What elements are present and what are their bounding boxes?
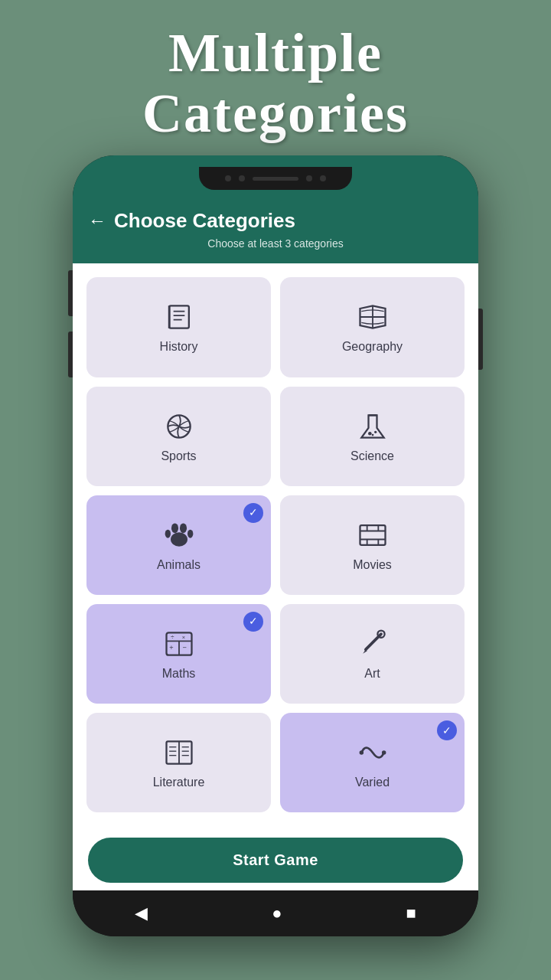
svg-text:×: × <box>181 634 184 641</box>
literature-label: Literature <box>153 776 205 789</box>
app-content: History Geography <box>73 263 478 890</box>
svg-text:÷: ÷ <box>171 634 174 641</box>
page-title: Multiple Categories <box>142 23 409 144</box>
category-card-geography[interactable]: Geography <box>280 277 465 377</box>
sports-icon <box>162 410 196 443</box>
svg-point-8 <box>374 430 377 433</box>
svg-point-9 <box>371 433 373 436</box>
varied-icon <box>356 736 390 769</box>
back-button[interactable]: ← <box>88 211 106 231</box>
svg-point-40 <box>381 751 386 756</box>
art-label: Art <box>364 667 380 681</box>
phone-frame: ← Choose Categories Choose at least 3 ca… <box>73 155 478 936</box>
history-label: History <box>160 340 198 354</box>
category-card-animals[interactable]: ✓ Animals <box>86 495 271 595</box>
svg-point-13 <box>187 530 193 538</box>
animals-check: ✓ <box>243 503 263 523</box>
category-card-history[interactable]: History <box>86 277 271 377</box>
category-card-varied[interactable]: ✓ Varied <box>280 713 465 812</box>
varied-check: ✓ <box>437 720 457 740</box>
svg-point-39 <box>359 751 364 756</box>
svg-point-14 <box>171 532 187 546</box>
header-title: Choose Categories <box>114 209 295 233</box>
nav-back-icon[interactable]: ◀ <box>135 903 148 923</box>
science-label: Science <box>350 449 394 463</box>
history-icon <box>162 300 196 334</box>
svg-rect-15 <box>360 525 385 545</box>
literature-icon <box>162 736 196 769</box>
app-header: ← Choose Categories Choose at least 3 ca… <box>73 201 478 263</box>
category-card-sports[interactable]: Sports <box>86 387 271 486</box>
sports-label: Sports <box>161 449 196 463</box>
geography-label: Geography <box>342 340 403 354</box>
notch-dot-4 <box>320 175 326 181</box>
bottom-area: Start Game <box>73 826 478 890</box>
animals-icon <box>162 518 196 552</box>
svg-point-10 <box>171 523 178 533</box>
art-icon <box>356 627 390 661</box>
nav-home-icon[interactable]: ● <box>272 903 282 923</box>
nav-bar: ◀ ● ■ <box>73 890 478 936</box>
header-subtitle: Choose at least 3 categories <box>88 237 463 250</box>
notch-area <box>73 155 478 201</box>
svg-point-7 <box>368 432 372 436</box>
notch-dot-3 <box>306 175 312 181</box>
geography-icon <box>356 300 390 334</box>
maths-label: Maths <box>162 667 196 681</box>
svg-rect-0 <box>169 306 189 328</box>
nav-recent-icon[interactable]: ■ <box>406 903 416 923</box>
svg-point-12 <box>165 530 170 538</box>
category-card-science[interactable]: Science <box>280 387 465 486</box>
notch-bar <box>253 177 298 181</box>
svg-text:−: − <box>182 644 186 652</box>
science-icon <box>356 410 390 443</box>
category-card-maths[interactable]: ✓ ÷ × + − Maths <box>86 604 271 704</box>
start-game-button[interactable]: Start Game <box>88 838 463 883</box>
category-card-literature[interactable]: Literature <box>86 713 271 812</box>
notch-dot-1 <box>225 175 231 181</box>
movies-icon <box>356 518 390 552</box>
varied-label: Varied <box>355 776 390 789</box>
maths-check: ✓ <box>243 612 263 632</box>
maths-icon: ÷ × + − <box>162 627 196 661</box>
category-card-art[interactable]: Art <box>280 604 465 704</box>
svg-text:+: + <box>169 644 173 652</box>
movies-label: Movies <box>353 558 392 572</box>
animals-label: Animals <box>157 558 201 572</box>
categories-grid: History Geography <box>73 263 478 826</box>
notch-dot-2 <box>239 175 245 181</box>
category-card-movies[interactable]: Movies <box>280 495 465 595</box>
svg-point-11 <box>179 523 186 533</box>
